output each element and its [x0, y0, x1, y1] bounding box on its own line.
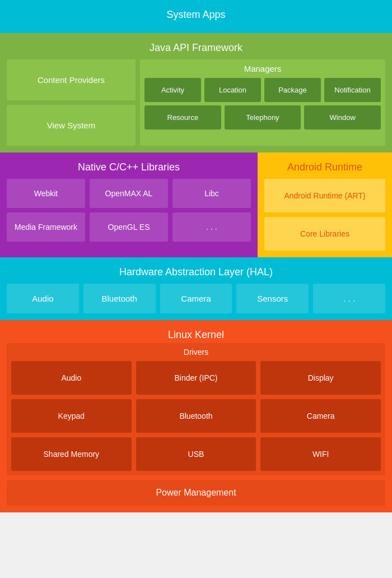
art-card: Android Runtime (ART): [264, 179, 385, 212]
android-runtime-layer: Android Runtime Android Runtime (ART) Co…: [258, 152, 392, 257]
managers-bottom-grid: Resource Telephony Window: [144, 105, 381, 130]
package-card: Package: [264, 78, 321, 102]
managers-panel: Managers Activity Location Package Notif…: [140, 59, 385, 146]
native-runtime-row: Native C/C++ Libraries Webkit OpenMAX AL…: [0, 152, 392, 257]
native-libs-layer: Native C/C++ Libraries Webkit OpenMAX AL…: [0, 152, 258, 257]
driver-wifi-card: WIFI: [260, 437, 381, 471]
driver-display-card: Display: [260, 361, 381, 395]
java-api-inner: Content Providers View System Managers A…: [7, 59, 385, 146]
driver-camera-card: Camera: [260, 399, 381, 433]
driver-shared-memory-card: Shared Memory: [11, 437, 132, 471]
webkit-card: Webkit: [7, 179, 85, 208]
managers-title: Managers: [144, 64, 381, 73]
system-apps-layer: System Apps: [0, 0, 392, 33]
hal-camera-card: Camera: [160, 284, 232, 313]
hal-more-card: . . .: [313, 284, 385, 313]
hal-sensors-card: Sensors: [236, 284, 309, 313]
libc-card: Libc: [172, 179, 251, 208]
hal-cards: Audio Bluetooth Camera Sensors . . .: [7, 284, 385, 313]
core-libraries-card: Core Libraries: [264, 217, 385, 251]
location-card: Location: [204, 78, 261, 102]
system-apps-title: System Apps: [7, 6, 385, 26]
hal-layer: Hardware Abstraction Layer (HAL) Audio B…: [0, 257, 392, 320]
openmax-card: OpenMAX AL: [90, 179, 168, 208]
java-api-title: Java API Framework: [7, 39, 385, 59]
hal-audio-card: Audio: [7, 284, 79, 313]
driver-bluetooth-card: Bluetooth: [136, 399, 256, 433]
power-management-card: Power Management: [7, 480, 385, 506]
java-api-layer: Java API Framework Content Providers Vie…: [0, 33, 392, 152]
opengl-card: OpenGL ES: [90, 212, 168, 242]
notification-card: Notification: [324, 78, 381, 102]
activity-card: Activity: [144, 78, 201, 102]
driver-binder-card: Binder (IPC): [136, 361, 256, 395]
resource-card: Resource: [144, 105, 221, 130]
driver-keypad-card: Keypad: [11, 399, 132, 433]
telephony-card: Telephony: [225, 105, 301, 130]
runtime-cards: Android Runtime (ART) Core Libraries: [264, 179, 385, 251]
linux-kernel-title: Linux Kernel: [7, 326, 385, 343]
drivers-title: Drivers: [11, 348, 381, 357]
android-runtime-title: Android Runtime: [264, 158, 385, 179]
content-providers-card: Content Providers: [7, 59, 136, 100]
driver-audio-card: Audio: [11, 361, 132, 395]
hal-title: Hardware Abstraction Layer (HAL): [7, 263, 385, 284]
java-api-left: Content Providers View System: [7, 59, 136, 146]
media-framework-card: Media Framework: [7, 212, 85, 242]
drivers-container: Drivers Audio Binder (IPC) Display Keypa…: [7, 343, 385, 475]
native-libs-title: Native C/C++ Libraries: [7, 158, 251, 179]
window-card: Window: [304, 105, 381, 130]
native-libs-grid: Webkit OpenMAX AL Libc Media Framework O…: [7, 179, 251, 242]
drivers-grid: Audio Binder (IPC) Display Keypad Blueto…: [11, 361, 381, 471]
driver-usb-card: USB: [136, 437, 256, 471]
linux-kernel-layer: Linux Kernel Drivers Audio Binder (IPC) …: [0, 320, 392, 512]
hal-bluetooth-card: Bluetooth: [83, 284, 156, 313]
view-system-card: View System: [7, 105, 136, 146]
native-more-card: . . .: [172, 212, 251, 242]
managers-top-grid: Activity Location Package Notification: [144, 78, 381, 102]
